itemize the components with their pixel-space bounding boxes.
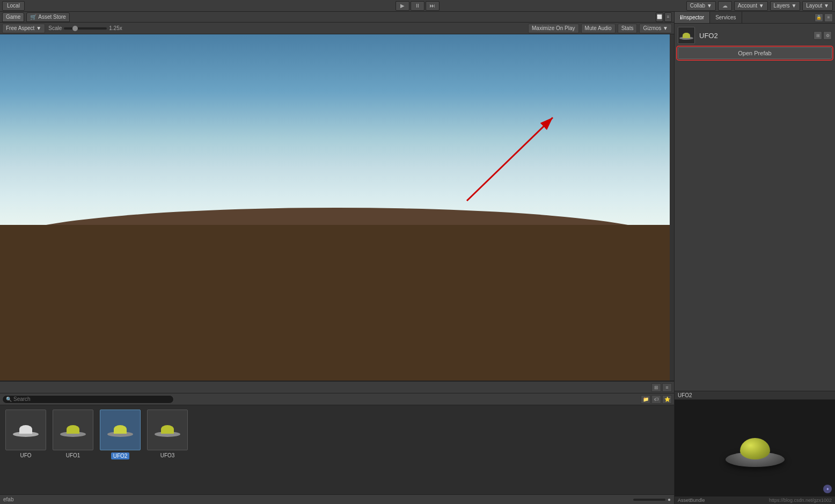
asset-label-ufo2: UFO2 (111, 452, 130, 459)
inspector-panel: ℹ Inspector Services 🔒 ≡ (674, 12, 835, 504)
asset-item-ufo2[interactable]: UFO2 (99, 410, 142, 490)
asset-label-ufo1: UFO1 (66, 452, 80, 458)
star-icon-button[interactable]: ⭐ (662, 395, 672, 404)
scale-value: 1.25x (109, 25, 122, 31)
scale-label: Scale (48, 25, 62, 31)
preview-bottom-bar: AssetBundle https://blog.csdn.net/gzx100… (675, 496, 835, 504)
mute-audio-button[interactable]: Mute Audio (581, 24, 616, 33)
aspect-dropdown[interactable]: Free Aspect ▼ (2, 24, 45, 33)
preview-header: UFO2 (675, 391, 835, 400)
inspector-tab-label: Inspector (682, 14, 704, 20)
asset-icon-ufo (5, 410, 46, 450)
layers-label: Layers ▼ (774, 3, 797, 9)
step-button[interactable]: ⏭ (426, 1, 440, 11)
ufo1-shape (60, 423, 86, 437)
cloud-button[interactable]: ☁ (718, 1, 732, 11)
asset-item-ufo1[interactable]: UFO1 (52, 410, 94, 490)
play-button[interactable]: ▶ (395, 1, 409, 11)
preview-label: UFO2 (678, 392, 692, 398)
asset-label-ufo: UFO (20, 452, 31, 458)
object-header: UFO2 ⊞ ⚙ (678, 27, 832, 44)
cloud-icon: ☁ (722, 3, 728, 9)
ground-overlay (0, 225, 674, 381)
asset-item-ufo[interactable]: UFO (4, 410, 47, 490)
window-icon-button[interactable]: ⊞ (651, 383, 661, 392)
zoom-slider[interactable] (633, 499, 665, 501)
object-name: UFO2 (699, 32, 718, 40)
layers-button[interactable]: Layers ▼ (770, 1, 801, 11)
game-tabs: Game 🛒 Asset Store ⬜ ≡ (0, 12, 674, 23)
game-tab[interactable]: Game (2, 12, 24, 22)
preview-ufo-3d (723, 429, 787, 467)
watermark: https://blog.csdn.net/gzx1002 (769, 498, 832, 503)
game-right-controls: Maximize On Play Mute Audio Stats Gizmos… (528, 24, 672, 33)
asset-item-ufo3[interactable]: UFO3 (146, 410, 189, 490)
main-content: Game 🛒 Asset Store ⬜ ≡ Free Aspect ▼ Sca… (0, 12, 835, 504)
ufo-preview-dome (683, 33, 690, 38)
asset-browser: UFO UFO1 (0, 405, 674, 494)
status-zoom: ● (633, 496, 671, 502)
asset-icon-ufo2 (100, 410, 141, 450)
open-prefab-button[interactable]: Open Prefab (678, 47, 832, 59)
services-tab[interactable]: Services (710, 12, 742, 23)
asset-bundle-label: AssetBundle (678, 498, 705, 503)
collab-button[interactable]: Collab ▼ (686, 1, 716, 11)
search-icon: 🔍 (6, 397, 12, 402)
inspector-header-icons: 🔒 ≡ (815, 13, 835, 22)
pause-button[interactable]: ⏸ (411, 1, 424, 11)
center-area: Game 🛒 Asset Store ⬜ ≡ Free Aspect ▼ Sca… (0, 12, 674, 504)
local-button[interactable]: Local (2, 1, 25, 11)
aspect-chevron: ▼ (36, 25, 41, 31)
aspect-label: Free Aspect (6, 25, 34, 31)
gear-icon[interactable]: ⚙ (823, 31, 832, 40)
asset-icon-ufo1 (53, 410, 93, 450)
more-options-button[interactable]: ≡ (664, 12, 672, 22)
ufo-shape (12, 423, 39, 437)
account-label: Account ▼ (738, 3, 764, 9)
select-object-button[interactable]: ⊞ (814, 31, 822, 40)
local-label: Local (7, 3, 20, 9)
account-button[interactable]: Account ▼ (734, 1, 768, 11)
asset-store-tab[interactable]: 🛒 Asset Store (26, 12, 70, 22)
object-header-icons: ⊞ ⚙ (814, 31, 832, 40)
layout-button[interactable]: Layout ▼ (802, 1, 833, 11)
inspector-tabs: ℹ Inspector Services 🔒 ≡ (675, 12, 835, 24)
collab-label: Collab ▼ (690, 3, 712, 9)
scale-slider[interactable] (64, 27, 107, 30)
maximize-icon-button[interactable]: ⬜ (656, 12, 663, 22)
lock-button[interactable]: 🔒 (815, 13, 823, 22)
ufo2-shape (107, 423, 134, 437)
search-input[interactable] (13, 396, 170, 402)
bottom-toolbar: ⊞ ≡ (0, 382, 674, 393)
top-toolbar: Local ▶ ⏸ ⏭ Collab ▼ ☁ Account ▼ Layers … (0, 0, 835, 12)
inspector-content: UFO2 ⊞ ⚙ Open Prefab (675, 24, 835, 62)
tag-icon-button[interactable]: 🏷 (651, 395, 661, 404)
list-view-button[interactable]: ≡ (662, 383, 672, 392)
asset-store-label: Asset Store (38, 14, 66, 20)
bottom-right-icons: 📁 🏷 ⭐ (641, 395, 672, 404)
more-icon-button[interactable]: ≡ (824, 13, 833, 22)
right-toolbar: Collab ▼ ☁ Account ▼ Layers ▼ Layout ▼ (686, 1, 833, 11)
asset-store-icon: 🛒 (30, 14, 36, 20)
prefab-status: efab (3, 496, 13, 502)
game-toolbar: Free Aspect ▼ Scale 1.25x Maximize On Pl… (0, 23, 674, 34)
services-tab-label: Services (715, 14, 736, 20)
layout-label: Layout ▼ (806, 3, 829, 9)
search-box[interactable]: 🔍 (2, 395, 174, 404)
open-prefab-label: Open Prefab (738, 50, 771, 56)
ufo3-shape (154, 423, 181, 437)
preview-ufo-dome-3d (740, 438, 770, 459)
asset-label-ufo3: UFO3 (160, 452, 175, 458)
viewport-resize-handle[interactable] (670, 34, 674, 381)
lock-icon: 🔒 (816, 15, 822, 20)
preview-corner-icon[interactable]: ✦ (823, 485, 832, 493)
local-section: Local (2, 1, 25, 11)
game-viewport (0, 34, 674, 381)
inspector-tab[interactable]: ℹ Inspector (675, 12, 710, 23)
preview-panel: UFO2 ✦ AssetBundle https://blog.csdn.net… (675, 391, 835, 504)
stats-button[interactable]: Stats (618, 24, 638, 33)
maximize-on-play-button[interactable]: Maximize On Play (528, 24, 579, 33)
gizmos-button[interactable]: Gizmos ▼ (639, 24, 672, 33)
status-bar: efab ● (0, 494, 674, 504)
folder-icon-button[interactable]: 📁 (641, 395, 650, 404)
